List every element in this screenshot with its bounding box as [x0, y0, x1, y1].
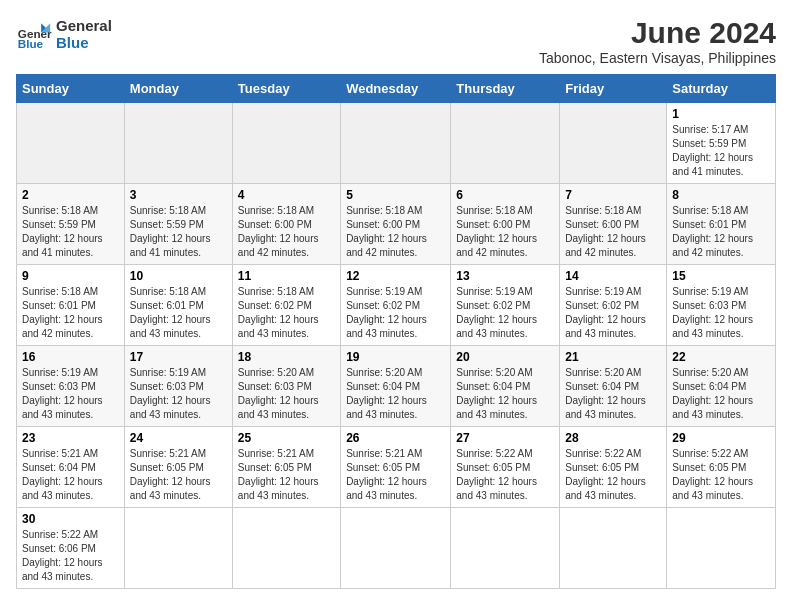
header: General Blue General Blue June 2024 Tabo… [16, 16, 776, 66]
calendar-cell: 12Sunrise: 5:19 AM Sunset: 6:02 PM Dayli… [341, 265, 451, 346]
calendar-cell: 22Sunrise: 5:20 AM Sunset: 6:04 PM Dayli… [667, 346, 776, 427]
calendar-cell [124, 103, 232, 184]
day-info: Sunrise: 5:18 AM Sunset: 6:02 PM Dayligh… [238, 285, 335, 341]
calendar-cell [560, 508, 667, 589]
day-number: 17 [130, 350, 227, 364]
calendar-cell [232, 508, 340, 589]
day-info: Sunrise: 5:18 AM Sunset: 6:00 PM Dayligh… [346, 204, 445, 260]
calendar-cell: 2Sunrise: 5:18 AM Sunset: 5:59 PM Daylig… [17, 184, 125, 265]
calendar-cell: 4Sunrise: 5:18 AM Sunset: 6:00 PM Daylig… [232, 184, 340, 265]
weekday-header-monday: Monday [124, 75, 232, 103]
day-number: 12 [346, 269, 445, 283]
svg-text:Blue: Blue [18, 37, 44, 50]
day-info: Sunrise: 5:20 AM Sunset: 6:04 PM Dayligh… [565, 366, 661, 422]
calendar-cell: 16Sunrise: 5:19 AM Sunset: 6:03 PM Dayli… [17, 346, 125, 427]
day-number: 22 [672, 350, 770, 364]
calendar-cell: 20Sunrise: 5:20 AM Sunset: 6:04 PM Dayli… [451, 346, 560, 427]
day-info: Sunrise: 5:18 AM Sunset: 6:01 PM Dayligh… [130, 285, 227, 341]
day-info: Sunrise: 5:19 AM Sunset: 6:03 PM Dayligh… [22, 366, 119, 422]
day-info: Sunrise: 5:22 AM Sunset: 6:05 PM Dayligh… [456, 447, 554, 503]
day-info: Sunrise: 5:19 AM Sunset: 6:02 PM Dayligh… [565, 285, 661, 341]
day-info: Sunrise: 5:18 AM Sunset: 6:00 PM Dayligh… [456, 204, 554, 260]
day-info: Sunrise: 5:18 AM Sunset: 6:00 PM Dayligh… [565, 204, 661, 260]
day-number: 3 [130, 188, 227, 202]
calendar-cell: 17Sunrise: 5:19 AM Sunset: 6:03 PM Dayli… [124, 346, 232, 427]
calendar-cell: 28Sunrise: 5:22 AM Sunset: 6:05 PM Dayli… [560, 427, 667, 508]
day-number: 4 [238, 188, 335, 202]
calendar-cell [341, 103, 451, 184]
day-number: 1 [672, 107, 770, 121]
calendar-cell: 8Sunrise: 5:18 AM Sunset: 6:01 PM Daylig… [667, 184, 776, 265]
day-info: Sunrise: 5:21 AM Sunset: 6:05 PM Dayligh… [346, 447, 445, 503]
day-number: 23 [22, 431, 119, 445]
day-number: 21 [565, 350, 661, 364]
calendar-cell [232, 103, 340, 184]
calendar-cell [451, 103, 560, 184]
day-info: Sunrise: 5:20 AM Sunset: 6:04 PM Dayligh… [672, 366, 770, 422]
day-number: 2 [22, 188, 119, 202]
title-block: June 2024 Tabonoc, Eastern Visayas, Phil… [539, 16, 776, 66]
day-number: 14 [565, 269, 661, 283]
weekday-header-tuesday: Tuesday [232, 75, 340, 103]
calendar-cell: 5Sunrise: 5:18 AM Sunset: 6:00 PM Daylig… [341, 184, 451, 265]
day-number: 9 [22, 269, 119, 283]
calendar-cell: 1Sunrise: 5:17 AM Sunset: 5:59 PM Daylig… [667, 103, 776, 184]
day-info: Sunrise: 5:22 AM Sunset: 6:06 PM Dayligh… [22, 528, 119, 584]
calendar-cell: 10Sunrise: 5:18 AM Sunset: 6:01 PM Dayli… [124, 265, 232, 346]
logo-general: General [56, 17, 112, 34]
logo: General Blue General Blue [16, 16, 112, 52]
day-number: 10 [130, 269, 227, 283]
day-info: Sunrise: 5:19 AM Sunset: 6:03 PM Dayligh… [672, 285, 770, 341]
calendar-cell [17, 103, 125, 184]
day-number: 28 [565, 431, 661, 445]
day-number: 20 [456, 350, 554, 364]
calendar-cell: 6Sunrise: 5:18 AM Sunset: 6:00 PM Daylig… [451, 184, 560, 265]
day-number: 25 [238, 431, 335, 445]
calendar-cell: 19Sunrise: 5:20 AM Sunset: 6:04 PM Dayli… [341, 346, 451, 427]
day-number: 26 [346, 431, 445, 445]
day-info: Sunrise: 5:19 AM Sunset: 6:03 PM Dayligh… [130, 366, 227, 422]
calendar-cell: 3Sunrise: 5:18 AM Sunset: 5:59 PM Daylig… [124, 184, 232, 265]
logo-blue: Blue [56, 34, 112, 51]
day-number: 27 [456, 431, 554, 445]
calendar-title: June 2024 [539, 16, 776, 50]
day-number: 7 [565, 188, 661, 202]
day-info: Sunrise: 5:17 AM Sunset: 5:59 PM Dayligh… [672, 123, 770, 179]
day-number: 30 [22, 512, 119, 526]
logo-icon: General Blue [16, 16, 52, 52]
calendar-cell: 9Sunrise: 5:18 AM Sunset: 6:01 PM Daylig… [17, 265, 125, 346]
day-number: 19 [346, 350, 445, 364]
weekday-header-wednesday: Wednesday [341, 75, 451, 103]
day-number: 24 [130, 431, 227, 445]
calendar-cell: 11Sunrise: 5:18 AM Sunset: 6:02 PM Dayli… [232, 265, 340, 346]
calendar-table: SundayMondayTuesdayWednesdayThursdayFrid… [16, 74, 776, 589]
calendar-subtitle: Tabonoc, Eastern Visayas, Philippines [539, 50, 776, 66]
weekday-header-thursday: Thursday [451, 75, 560, 103]
calendar-cell: 15Sunrise: 5:19 AM Sunset: 6:03 PM Dayli… [667, 265, 776, 346]
day-info: Sunrise: 5:20 AM Sunset: 6:04 PM Dayligh… [456, 366, 554, 422]
day-info: Sunrise: 5:22 AM Sunset: 6:05 PM Dayligh… [672, 447, 770, 503]
day-number: 15 [672, 269, 770, 283]
day-info: Sunrise: 5:21 AM Sunset: 6:04 PM Dayligh… [22, 447, 119, 503]
weekday-header-sunday: Sunday [17, 75, 125, 103]
day-number: 11 [238, 269, 335, 283]
calendar-cell: 18Sunrise: 5:20 AM Sunset: 6:03 PM Dayli… [232, 346, 340, 427]
calendar-cell: 13Sunrise: 5:19 AM Sunset: 6:02 PM Dayli… [451, 265, 560, 346]
calendar-cell: 24Sunrise: 5:21 AM Sunset: 6:05 PM Dayli… [124, 427, 232, 508]
day-number: 5 [346, 188, 445, 202]
day-number: 29 [672, 431, 770, 445]
calendar-cell [667, 508, 776, 589]
calendar-cell: 27Sunrise: 5:22 AM Sunset: 6:05 PM Dayli… [451, 427, 560, 508]
calendar-cell: 29Sunrise: 5:22 AM Sunset: 6:05 PM Dayli… [667, 427, 776, 508]
day-info: Sunrise: 5:21 AM Sunset: 6:05 PM Dayligh… [130, 447, 227, 503]
day-info: Sunrise: 5:19 AM Sunset: 6:02 PM Dayligh… [456, 285, 554, 341]
day-number: 13 [456, 269, 554, 283]
day-info: Sunrise: 5:18 AM Sunset: 6:01 PM Dayligh… [672, 204, 770, 260]
weekday-header-friday: Friday [560, 75, 667, 103]
calendar-cell [124, 508, 232, 589]
calendar-cell: 14Sunrise: 5:19 AM Sunset: 6:02 PM Dayli… [560, 265, 667, 346]
day-info: Sunrise: 5:20 AM Sunset: 6:03 PM Dayligh… [238, 366, 335, 422]
calendar-cell [341, 508, 451, 589]
day-number: 18 [238, 350, 335, 364]
day-info: Sunrise: 5:22 AM Sunset: 6:05 PM Dayligh… [565, 447, 661, 503]
